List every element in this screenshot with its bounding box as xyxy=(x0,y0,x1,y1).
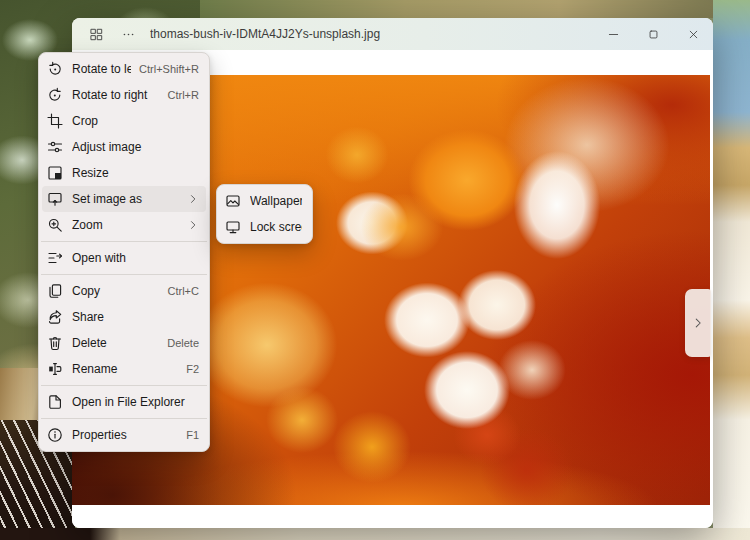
desktop-wallpaper-top xyxy=(200,0,713,18)
properties-icon xyxy=(47,427,63,443)
menu-item-label: Resize xyxy=(72,166,199,180)
set-image-as-submenu: WallpaperLock screen xyxy=(216,184,313,244)
menu-item-shortcut: F1 xyxy=(186,429,199,441)
menu-item-label: Lock screen xyxy=(250,220,302,234)
context-menu-item-share[interactable]: Share xyxy=(42,304,206,330)
rotate-left-icon xyxy=(47,61,63,77)
chevron-right-icon xyxy=(691,316,705,330)
context-menu-item-open-in-file-explorer[interactable]: Open in File Explorer xyxy=(42,389,206,415)
context-menu-item-properties[interactable]: PropertiesF1 xyxy=(42,422,206,448)
menu-item-label: Zoom xyxy=(72,218,179,232)
menu-item-shortcut: F2 xyxy=(186,363,199,375)
submenu-item-wallpaper[interactable]: Wallpaper xyxy=(220,188,309,214)
lock-screen-icon xyxy=(225,219,241,235)
context-menu-item-zoom[interactable]: Zoom xyxy=(42,212,206,238)
menu-item-shortcut: Ctrl+R xyxy=(168,89,199,101)
context-menu-item-set-image-as[interactable]: Set image as xyxy=(42,186,206,212)
minimize-button[interactable] xyxy=(593,18,633,50)
desktop-wallpaper-bottom xyxy=(0,528,750,540)
menu-separator xyxy=(41,418,207,419)
resize-icon xyxy=(47,165,63,181)
menu-separator xyxy=(41,241,207,242)
context-menu-item-open-with[interactable]: Open with xyxy=(42,245,206,271)
titlebar[interactable]: thomas-bush-iv-IDMtA4JJ2Ys-unsplash.jpg xyxy=(72,18,713,50)
crop-icon xyxy=(47,113,63,129)
menu-item-label: Open in File Explorer xyxy=(72,395,199,409)
context-menu-item-rotate-left[interactable]: Rotate to leftCtrl+Shift+R xyxy=(42,56,206,82)
titlebar-left: thomas-bush-iv-IDMtA4JJ2Ys-unsplash.jpg xyxy=(72,26,593,42)
maximize-button[interactable] xyxy=(633,18,673,50)
wallpaper-icon xyxy=(225,193,241,209)
context-menu-item-adjust-image[interactable]: Adjust image xyxy=(42,134,206,160)
set-image-as-icon xyxy=(47,191,63,207)
open-with-icon xyxy=(47,250,63,266)
context-menu: Rotate to leftCtrl+Shift+RRotate to righ… xyxy=(38,52,210,452)
submenu-item-lock-screen[interactable]: Lock screen xyxy=(220,214,309,240)
menu-item-label: Set image as xyxy=(72,192,179,206)
share-icon xyxy=(47,309,63,325)
see-more-icon[interactable] xyxy=(120,26,136,42)
next-image-button[interactable] xyxy=(685,289,711,357)
menu-separator xyxy=(41,385,207,386)
chevron-right-icon xyxy=(187,193,199,205)
menu-item-label: Rotate to right xyxy=(72,88,160,102)
menu-item-label: Crop xyxy=(72,114,199,128)
adjust-image-icon xyxy=(47,139,63,155)
file-explorer-icon xyxy=(47,394,63,410)
copy-icon xyxy=(47,283,63,299)
menu-item-shortcut: Delete xyxy=(167,337,199,349)
rotate-right-icon xyxy=(47,87,63,103)
menu-item-label: Rename xyxy=(72,362,178,376)
rename-icon xyxy=(47,361,63,377)
context-menu-item-delete[interactable]: DeleteDelete xyxy=(42,330,206,356)
context-menu-item-rotate-right[interactable]: Rotate to rightCtrl+R xyxy=(42,82,206,108)
context-menu-item-resize[interactable]: Resize xyxy=(42,160,206,186)
desktop-wallpaper-right xyxy=(713,0,750,540)
context-menu-item-copy[interactable]: CopyCtrl+C xyxy=(42,278,206,304)
menu-item-label: Delete xyxy=(72,336,159,350)
gallery-view-icon[interactable] xyxy=(88,26,104,42)
zoom-icon xyxy=(47,217,63,233)
menu-item-label: Adjust image xyxy=(72,140,199,154)
delete-icon xyxy=(47,335,63,351)
window-controls xyxy=(593,18,713,50)
menu-item-label: Open with xyxy=(72,251,199,265)
context-menu-item-crop[interactable]: Crop xyxy=(42,108,206,134)
chevron-right-icon xyxy=(187,219,199,231)
menu-item-shortcut: Ctrl+Shift+R xyxy=(139,63,199,75)
menu-item-label: Copy xyxy=(72,284,160,298)
window-title: thomas-bush-iv-IDMtA4JJ2Ys-unsplash.jpg xyxy=(150,27,380,41)
close-button[interactable] xyxy=(673,18,713,50)
menu-item-label: Rotate to left xyxy=(72,62,131,76)
context-menu-item-rename[interactable]: RenameF2 xyxy=(42,356,206,382)
menu-separator xyxy=(41,274,207,275)
menu-item-label: Properties xyxy=(72,428,178,442)
menu-item-shortcut: Ctrl+C xyxy=(168,285,199,297)
menu-item-label: Wallpaper xyxy=(250,194,302,208)
menu-item-label: Share xyxy=(72,310,199,324)
